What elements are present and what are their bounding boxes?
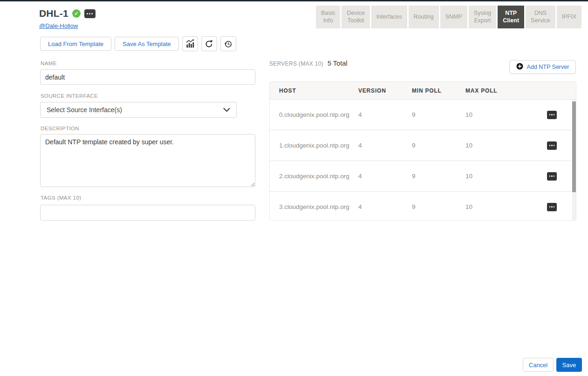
cell-max-poll: 10 bbox=[465, 203, 547, 210]
servers-label: SERVERS (MAX 10) bbox=[269, 60, 323, 67]
cell-host: 2.cloudgenix.pool.ntp.org bbox=[270, 173, 358, 180]
page-header: DHL-1 ✓ bbox=[39, 8, 96, 19]
refresh-icon bbox=[205, 40, 213, 48]
column-header-host: HOST bbox=[270, 87, 358, 94]
description-textarea[interactable]: Default NTP template created by super us… bbox=[40, 134, 255, 187]
source-interface-value: Select Source Interface(s) bbox=[47, 106, 122, 114]
row-more-button[interactable] bbox=[547, 141, 557, 150]
save-button[interactable]: Save bbox=[556, 358, 582, 372]
history-button[interactable] bbox=[220, 36, 236, 51]
tab-interfaces[interactable]: Interfaces bbox=[371, 6, 407, 28]
table-scrollbar-track[interactable] bbox=[572, 100, 576, 220]
row-more-button[interactable] bbox=[547, 203, 557, 211]
history-icon bbox=[224, 40, 232, 48]
tab-snmp[interactable]: SNMP bbox=[440, 6, 467, 28]
cell-host: 1.cloudgenix.pool.ntp.org bbox=[270, 142, 358, 149]
plus-circle-icon bbox=[516, 63, 523, 71]
tab-routing[interactable]: Routing bbox=[409, 6, 439, 28]
tab-dns-service[interactable]: DNS Service bbox=[526, 6, 555, 28]
row-more-button[interactable] bbox=[547, 111, 557, 119]
stats-icon bbox=[185, 39, 195, 48]
tab-ipfix[interactable]: IPFIX bbox=[557, 6, 581, 28]
add-ntp-server-button[interactable]: Add NTP Server bbox=[509, 60, 576, 74]
cell-version: 4 bbox=[358, 173, 412, 180]
cell-min-poll: 9 bbox=[412, 203, 465, 210]
cell-max-poll: 10 bbox=[465, 173, 547, 180]
cell-min-poll: 9 bbox=[412, 111, 465, 118]
column-header-version: VERSION bbox=[358, 87, 412, 94]
header-more-button[interactable] bbox=[84, 9, 96, 18]
load-from-template-button[interactable]: Load From Template bbox=[40, 37, 111, 51]
tab-device-toolkit[interactable]: Device Toolkit bbox=[342, 6, 369, 28]
cell-version: 4 bbox=[358, 111, 412, 118]
row-more-button[interactable] bbox=[547, 172, 557, 181]
tab-syslog-export[interactable]: Syslog Export bbox=[469, 6, 497, 28]
cell-host: 3.cloudgenix.pool.ntp.org bbox=[270, 203, 358, 210]
source-interface-select[interactable]: Select Source Interface(s) bbox=[40, 102, 237, 118]
save-as-template-button[interactable]: Save As Template bbox=[115, 37, 179, 51]
chevron-down-icon bbox=[223, 106, 230, 114]
page-title: DHL-1 bbox=[39, 8, 68, 19]
table-header-row: HOST VERSION MIN POLL MAX POLL bbox=[270, 82, 576, 100]
table-row: 3.cloudgenix.pool.ntp.org 4 9 10 bbox=[270, 192, 576, 220]
add-ntp-server-label: Add NTP Server bbox=[527, 64, 569, 70]
column-header-max-poll: MAX POLL bbox=[465, 87, 576, 94]
template-toolbar: Load From Template Save As Template bbox=[40, 36, 236, 51]
tab-ntp-client[interactable]: NTP Client bbox=[498, 6, 524, 28]
status-ok-icon: ✓ bbox=[72, 9, 81, 18]
description-label: DESCRIPTION bbox=[41, 126, 79, 131]
top-border-bar bbox=[0, 0, 588, 1]
table-body: 0.cloudgenix.pool.ntp.org 4 9 10 1.cloud… bbox=[270, 100, 576, 220]
name-input[interactable] bbox=[40, 69, 255, 85]
ntp-servers-table: HOST VERSION MIN POLL MAX POLL 0.cloudge… bbox=[269, 81, 576, 221]
table-scrollbar-thumb[interactable] bbox=[572, 101, 576, 192]
tags-label: TAGS (MAX 10) bbox=[41, 195, 81, 201]
table-row: 1.cloudgenix.pool.ntp.org 4 9 10 bbox=[270, 130, 576, 161]
column-header-min-poll: MIN POLL bbox=[412, 87, 465, 94]
servers-total-count: 5 Total bbox=[328, 60, 347, 67]
refresh-button[interactable] bbox=[201, 36, 217, 51]
tags-input[interactable] bbox=[40, 205, 255, 221]
cell-version: 4 bbox=[358, 142, 412, 149]
cancel-button[interactable]: Cancel bbox=[523, 358, 554, 372]
cell-max-poll: 10 bbox=[465, 111, 547, 118]
table-row: 2.cloudgenix.pool.ntp.org 4 9 10 bbox=[270, 161, 576, 192]
tab-basic-info[interactable]: Basic Info bbox=[316, 6, 341, 28]
cell-version: 4 bbox=[358, 203, 412, 210]
site-link[interactable]: @Dale-Hollow bbox=[39, 22, 78, 29]
table-row: 0.cloudgenix.pool.ntp.org 4 9 10 bbox=[270, 100, 576, 130]
name-label: NAME bbox=[41, 60, 57, 66]
source-interface-label: SOURCE INTERFACE bbox=[41, 93, 98, 99]
cell-host: 0.cloudgenix.pool.ntp.org bbox=[270, 111, 358, 118]
stats-button[interactable] bbox=[182, 36, 198, 51]
device-config-tabs: Basic Info Device Toolkit Interfaces Rou… bbox=[316, 6, 581, 28]
cell-min-poll: 9 bbox=[412, 173, 465, 180]
cell-max-poll: 10 bbox=[465, 142, 547, 149]
cell-min-poll: 9 bbox=[412, 142, 465, 149]
